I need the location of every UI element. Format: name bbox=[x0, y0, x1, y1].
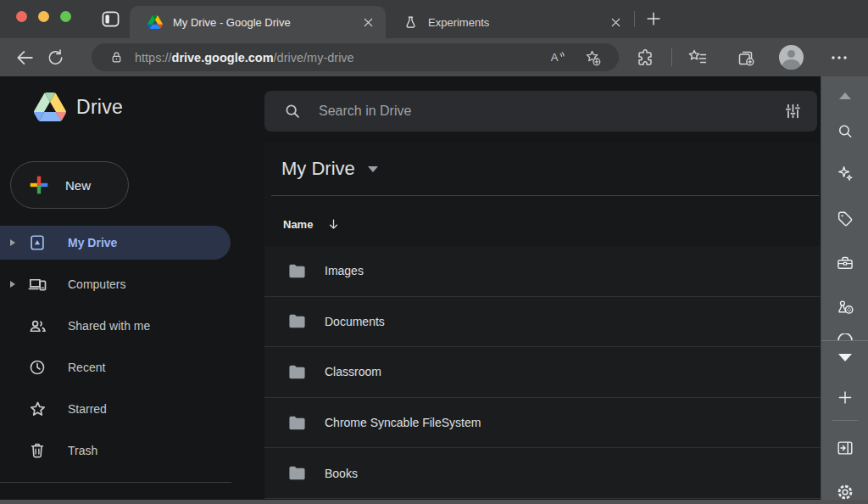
nav-item-shared-with-me[interactable]: Shared with me bbox=[0, 309, 231, 343]
nav-item-trash[interactable]: Trash bbox=[0, 434, 231, 468]
header-divider bbox=[271, 195, 819, 196]
collections-icon[interactable] bbox=[736, 48, 756, 68]
chevron-down-icon bbox=[368, 166, 378, 172]
new-tab-button[interactable] bbox=[644, 9, 663, 28]
sparkles-icon[interactable] bbox=[836, 165, 854, 183]
close-window-button[interactable] bbox=[16, 11, 27, 22]
new-button-label: New bbox=[65, 178, 91, 193]
scroll-down-icon[interactable] bbox=[838, 354, 852, 361]
folder-icon bbox=[288, 465, 306, 481]
add-favorite-icon[interactable] bbox=[583, 48, 602, 67]
nav-label: My Drive bbox=[68, 236, 117, 249]
tab-separator bbox=[634, 11, 635, 27]
games-icon[interactable] bbox=[835, 298, 854, 317]
folder-name: Chrome Syncable FileSystem bbox=[325, 416, 481, 429]
sidebar-short-divider bbox=[832, 420, 858, 421]
nav-item-computers[interactable]: Computers bbox=[0, 267, 231, 301]
name-header-label: Name bbox=[283, 218, 313, 231]
shared-with-me-icon bbox=[27, 316, 47, 336]
expand-arrow-icon[interactable] bbox=[10, 239, 20, 246]
recent-icon bbox=[27, 358, 47, 377]
profile-avatar[interactable] bbox=[779, 45, 804, 70]
back-icon[interactable] bbox=[14, 47, 36, 68]
folder-icon bbox=[288, 263, 306, 279]
nav-item-recent[interactable]: Recent bbox=[0, 350, 231, 384]
drive-sidebar: New My Drive bbox=[0, 143, 264, 504]
search-icon[interactable] bbox=[283, 102, 302, 120]
close-tab-icon[interactable] bbox=[363, 17, 374, 28]
edge-sidebar bbox=[821, 76, 868, 504]
name-column-header[interactable]: Name bbox=[283, 217, 341, 232]
nav-label: Shared with me bbox=[68, 319, 150, 333]
close-tab-icon[interactable] bbox=[610, 17, 621, 28]
minimize-window-button[interactable] bbox=[38, 11, 49, 22]
sidebar-panel-icon[interactable] bbox=[836, 439, 854, 457]
drive-header: Drive bbox=[0, 76, 821, 143]
folder-row-images[interactable]: Images bbox=[264, 246, 821, 297]
folder-icon bbox=[288, 313, 306, 329]
drive-search-bar[interactable] bbox=[264, 91, 817, 132]
toolbox-icon[interactable] bbox=[836, 254, 854, 272]
tab-experiments[interactable]: Experiments bbox=[386, 6, 633, 38]
file-list: Images Documents Classroom bbox=[264, 246, 821, 504]
page-title-dropdown[interactable]: My Drive bbox=[281, 158, 378, 180]
tab-title: My Drive - Google Drive bbox=[173, 16, 363, 29]
folder-row-chrome-syncable-filesystem[interactable]: Chrome Syncable FileSystem bbox=[264, 398, 821, 449]
sidebar-divider bbox=[821, 340, 868, 341]
partially-visible-icon[interactable] bbox=[836, 333, 854, 340]
url-domain: drive.google.com bbox=[172, 51, 274, 64]
google-drive-page: Drive bbox=[0, 76, 821, 504]
starred-icon bbox=[27, 400, 47, 419]
sidebar-search-icon[interactable] bbox=[836, 122, 854, 140]
tab-my-drive[interactable]: My Drive - Google Drive bbox=[130, 6, 386, 38]
expand-arrow-icon[interactable] bbox=[10, 281, 20, 288]
tab-title: Experiments bbox=[428, 16, 610, 29]
folder-row-books[interactable]: Books bbox=[264, 448, 821, 499]
nav-label: Starred bbox=[68, 402, 107, 416]
settings-gear-icon[interactable] bbox=[836, 483, 854, 501]
refresh-icon[interactable] bbox=[46, 48, 65, 67]
folder-row-documents[interactable]: Documents bbox=[264, 297, 821, 348]
drive-logo[interactable]: Drive bbox=[34, 92, 123, 121]
window-bottom-edge bbox=[0, 500, 868, 504]
nav-item-my-drive[interactable]: My Drive bbox=[0, 226, 231, 260]
search-options-icon[interactable] bbox=[783, 102, 802, 120]
sidebar-divider bbox=[0, 482, 231, 483]
folder-icon bbox=[288, 415, 306, 431]
scroll-up-icon[interactable] bbox=[839, 92, 851, 99]
browser-window: My Drive - Google Drive Experiments bbox=[0, 0, 868, 504]
avatar-body bbox=[782, 59, 800, 70]
url-text: https://drive.google.com/drive/my-drive bbox=[135, 51, 548, 64]
search-input[interactable] bbox=[319, 104, 783, 119]
folder-icon bbox=[288, 364, 306, 380]
zoom-window-button[interactable] bbox=[60, 11, 71, 22]
favorites-icon[interactable] bbox=[687, 47, 709, 69]
my-drive-icon bbox=[27, 233, 47, 252]
extensions-icon[interactable] bbox=[636, 48, 656, 68]
flask-icon bbox=[403, 15, 418, 30]
folder-name: Images bbox=[325, 264, 364, 277]
address-bar[interactable]: https://drive.google.com/drive/my-drive … bbox=[92, 43, 619, 71]
drive-brand-label: Drive bbox=[76, 96, 123, 119]
google-plus-icon bbox=[28, 174, 50, 196]
nav-item-starred[interactable]: Starred bbox=[0, 392, 231, 426]
workspaces-icon[interactable] bbox=[101, 9, 120, 29]
more-menu-icon[interactable] bbox=[829, 48, 849, 68]
avatar-head bbox=[787, 50, 795, 58]
svg-text:A: A bbox=[551, 51, 559, 64]
sort-descending-icon[interactable] bbox=[326, 217, 341, 232]
lock-icon[interactable] bbox=[109, 50, 124, 64]
google-drive-favicon bbox=[147, 15, 163, 29]
read-aloud-icon[interactable]: A bbox=[548, 48, 566, 66]
folder-row-classroom[interactable]: Classroom bbox=[264, 347, 821, 398]
add-to-sidebar-icon[interactable] bbox=[836, 389, 854, 406]
browser-toolbar: https://drive.google.com/drive/my-drive … bbox=[0, 38, 868, 76]
new-button[interactable]: New bbox=[10, 161, 129, 209]
shopping-tag-icon[interactable] bbox=[836, 210, 854, 228]
nav-label: Trash bbox=[68, 444, 97, 457]
toolbar-separator bbox=[671, 48, 672, 66]
app-area: Drive bbox=[0, 76, 868, 504]
folder-name: Books bbox=[325, 467, 358, 480]
folder-name: Documents bbox=[325, 315, 385, 328]
trash-icon bbox=[27, 441, 47, 460]
